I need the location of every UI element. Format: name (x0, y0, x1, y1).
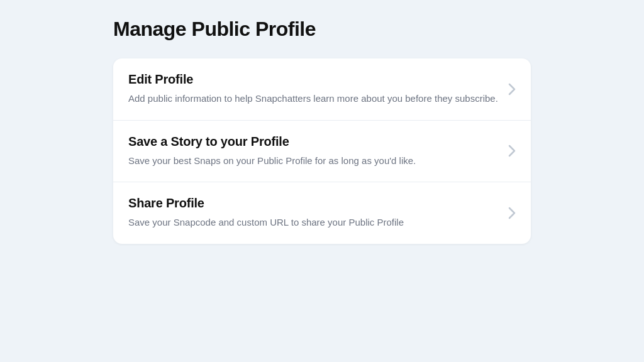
edit-profile-chevron-icon (508, 83, 516, 96)
save-story-title: Save a Story to your Profile (128, 134, 498, 149)
edit-profile-content: Edit Profile Add public information to h… (128, 72, 508, 106)
save-story-description: Save your best Snaps on your Public Prof… (128, 154, 498, 168)
share-profile-description: Save your Snapcode and custom URL to sha… (128, 216, 498, 230)
page-container: Manage Public Profile Edit Profile Add p… (0, 0, 644, 362)
menu-card: Edit Profile Add public information to h… (113, 58, 531, 244)
share-profile-chevron-icon (508, 207, 516, 219)
edit-profile-item[interactable]: Edit Profile Add public information to h… (113, 58, 531, 121)
page-title: Manage Public Profile (113, 18, 531, 41)
save-story-item[interactable]: Save a Story to your Profile Save your b… (113, 121, 531, 183)
edit-profile-description: Add public information to help Snapchatt… (128, 92, 498, 106)
share-profile-item[interactable]: Share Profile Save your Snapcode and cus… (113, 182, 531, 244)
save-story-chevron-icon (508, 145, 516, 157)
edit-profile-title: Edit Profile (128, 72, 498, 87)
share-profile-content: Share Profile Save your Snapcode and cus… (128, 196, 508, 230)
share-profile-title: Share Profile (128, 196, 498, 211)
save-story-content: Save a Story to your Profile Save your b… (128, 134, 508, 168)
